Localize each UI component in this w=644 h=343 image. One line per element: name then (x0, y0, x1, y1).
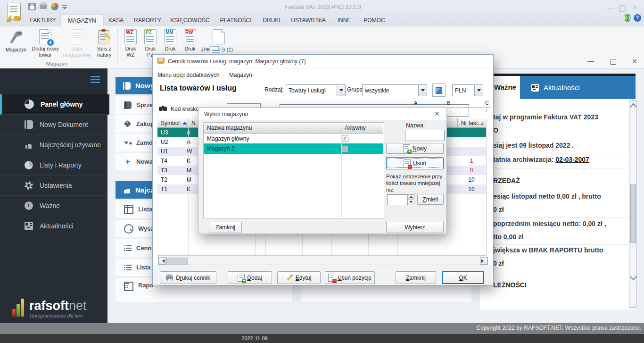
dialog-titlebar[interactable]: Cennik towarów i usług, magazyn: Magazyn… (153, 55, 493, 68)
scroll-left-icon[interactable] (158, 257, 166, 265)
sidebar-item-nowy-dokument[interactable]: Nowy Dokument (0, 115, 107, 135)
toolbar-button-label: Magazyn (6, 47, 27, 53)
pie-chart-icon (25, 161, 33, 169)
threshold-input[interactable] (387, 194, 408, 205)
dialog-maximize-icon[interactable] (611, 59, 616, 65)
horizontal-scrollbar[interactable] (158, 257, 488, 265)
sidebar-item-ustawienia[interactable]: Ustawienia (0, 176, 107, 196)
tab-raporty[interactable]: RAPORTY (132, 14, 163, 26)
step-down-icon[interactable] (407, 200, 414, 204)
status-bar: 2022-11-09 (0, 334, 644, 343)
grupa-select[interactable]: wszystkie (362, 84, 427, 96)
checkbox-checked-icon[interactable]: ✓ (341, 135, 348, 142)
sidebar-item-aktualnosci[interactable]: Aktualności (0, 216, 107, 236)
currency-select[interactable]: PLN (452, 84, 483, 96)
column-header-nr-fakt[interactable]: Nr fakt. z (458, 118, 486, 128)
archive-date-link[interactable]: 02-03-2007 (555, 156, 589, 163)
picker-zamknij-button[interactable]: Zamknij (209, 222, 242, 233)
window-minimize-icon[interactable]: — (607, 4, 614, 11)
hamburger-menu-icon[interactable] (91, 76, 100, 84)
zmien-button[interactable]: Zmień (417, 194, 444, 205)
online-status-icon[interactable]: ((·)) (624, 14, 631, 22)
gear-icon (25, 181, 33, 190)
tab-aktualnosci[interactable]: Aktualności (520, 76, 636, 99)
rafsoft-logo-bars (12, 294, 26, 317)
ok-button[interactable]: OK (442, 271, 484, 284)
tab-ustawienia[interactable]: USTAWIENIA (290, 14, 326, 26)
step-up-icon[interactable] (407, 194, 414, 199)
list-icon (124, 264, 132, 271)
checkbox-unchecked-icon[interactable] (341, 145, 348, 152)
newspaper-icon (531, 84, 539, 92)
usun-pozycje-button[interactable]: − Usuń pozycję (325, 271, 375, 284)
nowy-button[interactable]: + Nowy (386, 143, 444, 154)
tab-pomoc[interactable]: POMOC (361, 14, 388, 26)
scroll-down-icon[interactable] (630, 273, 637, 281)
save-icon[interactable] (28, 3, 36, 10)
tab-ksiegowosc[interactable]: KSIĘGOWOŚĆ (170, 14, 210, 26)
tab-magazyn[interactable]: MAGAZYN (60, 14, 104, 27)
column-letter-b: B (447, 100, 450, 106)
nazwa-input[interactable] (405, 130, 445, 141)
sidebar-item-panel-glowny[interactable]: Panel główny (0, 94, 109, 115)
picker-titlebar[interactable]: Wybór magazynu ✕ (198, 108, 446, 120)
window-close-icon[interactable]: ✕ (632, 4, 638, 11)
usun-button[interactable]: − Usuń (386, 157, 444, 169)
sidebar-item-wazne[interactable]: i Ważne (0, 196, 107, 216)
info-line-sprzedaz: RZEDAŻ (493, 177, 628, 184)
picker-close-icon[interactable]: ✕ (434, 110, 440, 117)
dialog-minimize-icon[interactable]: — (587, 57, 594, 65)
toolbar-druk-mm-button[interactable]: MM Druk (161, 28, 179, 52)
info-panel-scrollbar[interactable] (629, 100, 636, 308)
groups-cube-button[interactable] (432, 84, 446, 97)
chevron-down-icon (474, 85, 483, 96)
wybierz-button[interactable]: Wybierz (386, 222, 444, 233)
dodaj-button[interactable]: + Dodaj (228, 271, 272, 284)
newspaper-icon (25, 222, 33, 230)
book-icon (124, 101, 132, 109)
sidebar-item-najczesciej-uzywane[interactable]: Najczęściej używane (0, 135, 107, 155)
info-line-prev-brutto: tto 0,00 zł (493, 233, 628, 241)
zamknij-button[interactable]: Zamknij (396, 271, 436, 284)
book-icon (123, 82, 131, 90)
scroll-right-icon[interactable] (480, 257, 487, 265)
help-icon[interactable]: ? (634, 14, 641, 22)
toolbar-spis-z-natury-button[interactable]: Spis z natury (93, 28, 115, 58)
rodzaj-select[interactable]: Towary i usługi (286, 84, 346, 96)
sort-asc-icon (182, 122, 187, 125)
toolbar-druk-wz-button[interactable]: WZ Druk WZ (122, 28, 140, 58)
column-header-nazwa-magazynu[interactable]: Nazwa magazynu (204, 123, 341, 134)
toolbar-dodaj-nowy-towar-button[interactable]: + Dodaj nowy towar (30, 28, 60, 58)
threshold-stepper[interactable] (407, 194, 414, 204)
plus-icon: + (124, 158, 132, 166)
toolbar-jpk-mag-button[interactable]: JPK_MAG (1) (200, 28, 234, 53)
column-header-aktywny[interactable]: Aktywny (341, 123, 383, 134)
scrollbar-thumb[interactable] (630, 184, 636, 243)
addons-icon[interactable] (51, 3, 58, 10)
warehouse-row-glowny[interactable]: Magazyn główny ✓ (204, 134, 383, 143)
sidebar-item-listy-i-raporty[interactable]: Listy i Raporty (0, 155, 107, 176)
quick-access-dropdown-icon[interactable] (62, 5, 67, 9)
edytuj-button[interactable]: Edytuj (277, 271, 321, 284)
print-icon[interactable] (40, 4, 47, 9)
hscroll-thumb[interactable] (166, 258, 188, 265)
toolbar-magazyn-button[interactable]: Magazyn (3, 28, 29, 53)
scroll-up-icon[interactable] (630, 103, 637, 111)
rafsoft-logo-text: rafsoftnet (29, 299, 87, 313)
window-maximize-icon[interactable] (619, 5, 626, 12)
ribbon-group-label: Magazyn (28, 61, 85, 67)
tab-faktury[interactable]: FAKTURY (27, 14, 58, 26)
menu-opcji-dodatkowych[interactable]: Menu opcji dodatkowych (157, 72, 219, 78)
tab-druki[interactable]: DRUKI (260, 14, 283, 26)
toolbar-druk-pz-button[interactable]: PZ Druk PZ (141, 28, 159, 58)
menu-magazyn[interactable]: Magazyn (229, 72, 252, 78)
info-line-largest: jwiększa w BRAK RAPORTU brutto (493, 246, 628, 254)
column-header-symbol[interactable]: Symbol (157, 118, 188, 128)
dialog-close-icon[interactable]: ✕ (632, 58, 637, 65)
tab-inne[interactable]: INNE (335, 14, 354, 26)
warehouse-row-magazyn2-selected[interactable]: Magazyn 2 (204, 143, 383, 154)
tab-platnosci[interactable]: PŁATNOŚCI (218, 14, 254, 26)
toolbar-druk-rw-button[interactable]: RW Druk (181, 28, 199, 52)
drukuj-cennik-button[interactable]: Drukuj cennik (160, 271, 216, 284)
tab-kasa[interactable]: KASA (106, 14, 126, 26)
